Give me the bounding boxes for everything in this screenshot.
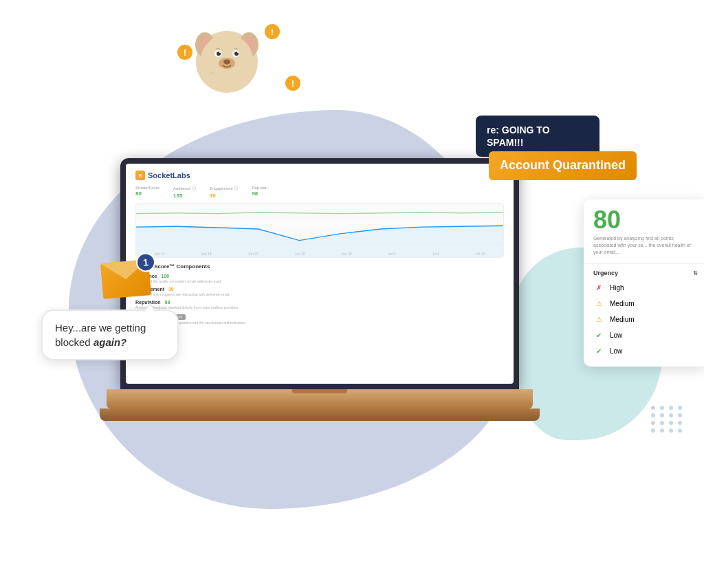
logo-text: SocketLabs [148, 171, 190, 179]
exclamation-mark-2: ! [265, 24, 280, 39]
laptop-screen: S SocketLabs StreamScore 80 Audience ⓘ 1… [126, 164, 514, 384]
screen-header: S SocketLabs [135, 171, 504, 180]
medium-urgency-icon-1: ⚠ [593, 298, 604, 309]
medium-urgency-icon-2: ⚠ [593, 314, 604, 325]
exclamation-mark-3: ! [285, 76, 300, 91]
speech-text: Hey...are we getting blocked again? [55, 320, 165, 349]
laptop: S SocketLabs StreamScore 80 Audience ⓘ 1… [107, 158, 533, 421]
metric-reputation-label: Reputat... [252, 186, 270, 190]
metric-reputation-value: 98 [252, 190, 270, 197]
score-description: Generated by analyzing first all points … [593, 235, 698, 255]
speech-bubble: Hey...are we getting blocked again? [41, 309, 179, 360]
main-scene: ! ! ! re: GOING TO SPAM!!! Account Quara… [0, 0, 704, 588]
metric-audience: Audience ⓘ 135 [173, 186, 196, 199]
components-section: StreamScore™ Components Audience 100 Ana… [135, 263, 504, 325]
urgency-label-low-2: Low [610, 347, 622, 355]
high-urgency-icon: ✗ [593, 282, 604, 293]
component-reputation: Reputation 98 Analysis of feedback recei… [135, 300, 504, 309]
mascot-character [186, 14, 268, 103]
metric-audience-label: Audience ⓘ [173, 186, 196, 192]
logo-icon: S [135, 171, 145, 180]
component-reputation-desc: Analysis of feedback received directly f… [135, 305, 504, 309]
urgency-label-medium-2: Medium [610, 316, 635, 323]
metric-streamscore-value: 80 [135, 190, 160, 197]
urgency-item-medium-2: ⚠ Medium [593, 314, 698, 325]
component-security: Security DKIM SPF Analysis of the accoun… [135, 313, 504, 325]
component-engagement: Engagement 39 Analysis of how recipients… [135, 287, 504, 296]
laptop-base [107, 389, 533, 409]
low-urgency-icon-1: ✔ [593, 329, 604, 340]
metric-streamscore-label: StreamScore [135, 186, 160, 190]
urgency-label-medium-1: Medium [610, 300, 635, 307]
component-engagement-desc: Analysis of how recipients are interacti… [135, 292, 504, 296]
metrics-row: StreamScore 80 Audience ⓘ 135 Engagement… [135, 186, 504, 199]
urgency-item-high: ✗ High [593, 282, 698, 293]
screen-content: S SocketLabs StreamScore 80 Audience ⓘ 1… [126, 164, 514, 335]
score-panel-top: 80 Generated by analyzing first all poin… [584, 199, 704, 264]
urgency-item-medium-1: ⚠ Medium [593, 298, 698, 309]
metric-reputation: Reputat... 98 [252, 186, 270, 199]
low-urgency-icon-2: ✔ [593, 345, 604, 356]
urgency-label-low-1: Low [610, 331, 622, 339]
score-number: 80 [593, 208, 698, 232]
laptop-keyboard [100, 409, 540, 421]
metric-streamscore: StreamScore 80 [135, 186, 160, 199]
chart-labels: Jun 14 Jun 18 Jun 22 Jun 26 Jun 30 Jul 4… [136, 252, 503, 256]
sort-icon[interactable]: ⇅ [693, 270, 698, 276]
svg-point-11 [237, 52, 239, 53]
exclamation-mark-1: ! [177, 45, 192, 60]
urgency-item-low-1: ✔ Low [593, 329, 698, 340]
component-reputation-score: 98 [164, 300, 170, 305]
metric-engagement-label: Engagement ⓘ [210, 186, 239, 192]
urgency-header: Urgency ⇅ [593, 270, 698, 276]
metric-engagement-value: 39 [210, 193, 239, 199]
svg-point-14 [205, 67, 219, 78]
laptop-screen-wrapper: S SocketLabs StreamScore 80 Audience ⓘ 1… [120, 158, 519, 389]
socketlabs-logo: S SocketLabs [135, 171, 190, 180]
score-panel: 80 Generated by analyzing first all poin… [584, 199, 704, 367]
envelope: 1 [100, 259, 151, 299]
spam-card-text: re: GOING TO SPAM!!! [487, 124, 588, 149]
email-notification: 1 [102, 261, 150, 297]
chart-area: Jun 14 Jun 18 Jun 22 Jun 26 Jun 30 Jul 4… [135, 203, 504, 258]
component-security-desc: Analysis of the account configuration an… [135, 320, 504, 325]
component-audience-score: 100 [160, 274, 170, 279]
svg-point-13 [223, 60, 230, 65]
urgency-title: Urgency [593, 270, 618, 276]
urgency-label-high: High [610, 284, 624, 292]
component-engagement-score: 39 [167, 287, 174, 292]
dots-decoration-bottom [651, 406, 683, 433]
quarantined-text: Account Quarantined [500, 158, 626, 173]
component-audience-desc: Analysis of the quality of recipient ema… [135, 279, 504, 283]
urgency-section: Urgency ⇅ ✗ High ⚠ Medium ⚠ Medium ✔ Low… [584, 264, 704, 367]
component-audience: Audience 100 Analysis of the quality of … [135, 274, 504, 283]
quarantined-label: Account Quarantined [489, 151, 637, 180]
svg-point-10 [219, 52, 221, 53]
components-title: StreamScore™ Components [135, 263, 504, 270]
urgency-item-low-2: ✔ Low [593, 345, 698, 356]
metric-audience-value: 135 [173, 193, 196, 199]
metric-engagement: Engagement ⓘ 39 [210, 186, 239, 199]
